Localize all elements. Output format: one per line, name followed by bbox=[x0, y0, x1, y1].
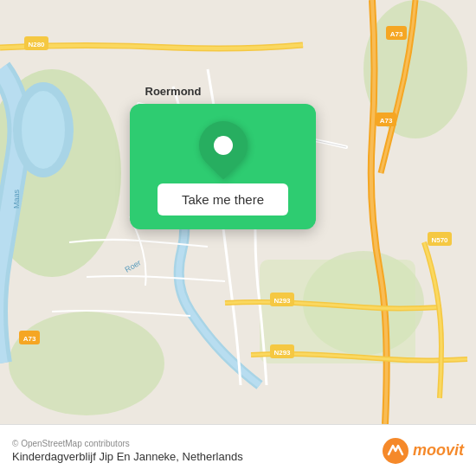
pin-inner-dot bbox=[214, 136, 233, 155]
footer-left: © OpenStreetMap contributors Kinderdagve… bbox=[12, 439, 243, 463]
moovit-logo: moovit bbox=[382, 437, 464, 465]
svg-text:A73: A73 bbox=[390, 30, 403, 38]
svg-point-7 bbox=[22, 91, 65, 169]
pin-icon bbox=[189, 111, 257, 179]
svg-text:A73: A73 bbox=[380, 117, 393, 125]
location-card: Take me there bbox=[130, 104, 316, 229]
moovit-text: moovit bbox=[413, 441, 464, 460]
svg-text:Maas: Maas bbox=[12, 190, 21, 209]
svg-point-5 bbox=[9, 312, 164, 415]
svg-text:N293: N293 bbox=[273, 297, 291, 305]
svg-text:Roermond: Roermond bbox=[145, 85, 202, 98]
map-container: N280 A73 A73 A73 N293 N293 N570 Roermond… bbox=[0, 0, 476, 424]
footer: © OpenStreetMap contributors Kinderdagve… bbox=[0, 424, 476, 476]
take-me-there-button[interactable]: Take me there bbox=[158, 183, 288, 215]
svg-text:N293: N293 bbox=[273, 349, 291, 357]
svg-text:N280: N280 bbox=[28, 41, 45, 48]
osm-attribution: © OpenStreetMap contributors bbox=[12, 439, 243, 448]
svg-text:A73: A73 bbox=[23, 335, 36, 343]
location-name: Kinderdagverblijf Jip En Janneke, Nether… bbox=[12, 450, 243, 463]
svg-text:N570: N570 bbox=[431, 236, 448, 244]
moovit-icon bbox=[382, 437, 409, 465]
